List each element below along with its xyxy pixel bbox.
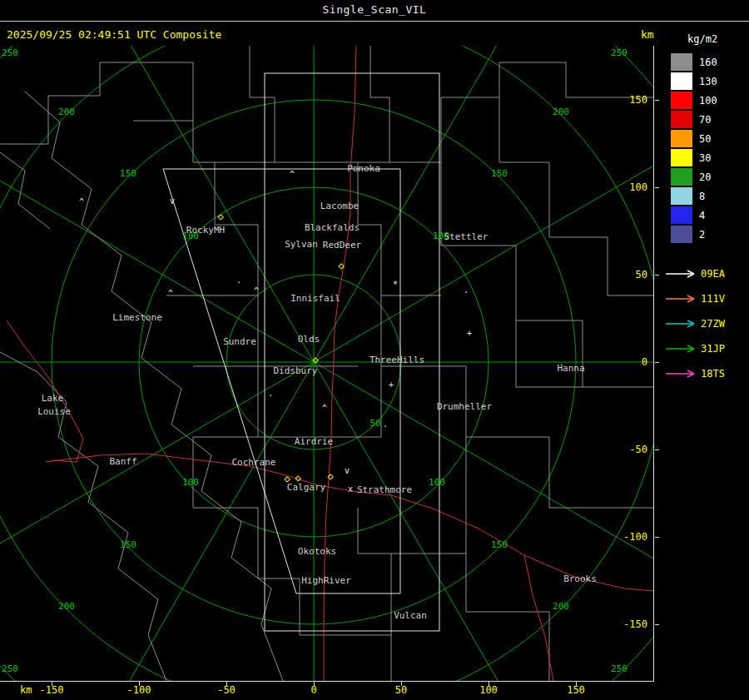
city-label: ThreeHills [370,355,424,365]
city-label: Limestone [112,312,162,323]
city-label: RedDeer [323,240,362,251]
point-marker-icon: ^ [322,404,327,413]
radar-legend-entry: 18TS [664,361,725,386]
range-ring-label: 100 [182,477,199,488]
point-marker-icon: + [389,380,394,390]
x-axis-tick-label: -100 [121,684,157,696]
point-marker-icon: · [464,288,469,297]
radar-legend-entry: 111V [664,286,725,311]
point-marker-icon: ^ [290,170,295,179]
radar-site-id: 31JP [701,343,725,355]
x-axis-unit-label: km [20,684,32,696]
colorbar-swatch [671,72,692,90]
radar-site-legend: 09EA111V27ZW31JP18TS [664,261,725,386]
colorbar-unit-label: kg/m2 [687,33,717,45]
city-label: Calgary [287,482,326,493]
city-label: Lacombe [320,201,359,211]
y-axis-tick [655,449,659,450]
radar-arrow-icon [664,269,696,279]
colorbar-swatch [671,168,692,186]
city-label: Stettler [444,231,489,242]
radar-legend-entry: 27ZW [664,311,725,336]
radar-site-marker-icon: ◇ [312,354,319,365]
colorbar-entry: 70 [671,111,717,128]
range-ring-label: 250 [611,47,627,58]
x-axis-tick-label: 0 [295,684,332,696]
colorbar-entry: 30 [671,149,717,166]
colorbar-value: 20 [699,171,711,183]
radar-site-marker-icon: ◇ [217,211,224,222]
range-ring-label: 250 [611,663,627,674]
x-axis-tick-label: -50 [208,684,245,696]
city-label: Okotoks [298,546,336,557]
radar-site-id: 09EA [701,268,725,280]
colorbar-value: 4 [699,210,705,221]
radar-site-marker-icon: ◇ [284,473,290,484]
point-marker-icon: v [345,466,350,475]
city-label: Blackfalds [305,222,360,233]
radar-site-id: 111V [701,293,725,305]
x-axis-tick-label: 150 [558,684,594,696]
x-axis-tick [226,682,227,686]
x-axis-tick-label: 50 [383,684,419,696]
radar-site-marker-icon: ◇ [295,472,301,484]
range-ring-label: 50 [370,418,380,429]
colorbar-value: 2 [699,229,705,241]
window-title: Single_Scan_VIL [0,0,749,21]
radar-site-marker-icon: ◇ [338,260,345,271]
range-ring-label: 200 [58,107,75,117]
point-marker-icon: · [268,391,273,400]
colorbar-value: 30 [699,152,711,164]
radar-site-id: 18TS [701,368,725,380]
radar-arrow-icon [664,294,696,304]
city-label: Lake [42,393,64,404]
city-label: Banff [109,456,136,467]
city-label: Louise [37,406,71,417]
radar-map[interactable]: 5010010010010015015015015020020020020025… [0,46,653,681]
colorbar-swatch [671,149,692,166]
colorbar-value: 160 [699,57,717,68]
colorbar-swatch [671,92,692,109]
x-axis-tick [401,682,402,686]
x-axis-tick-label: 100 [470,684,507,696]
radar-site-marker-icon: ◇ [327,470,334,482]
radar-site-id: 27ZW [701,318,725,330]
city-label: Sundre [223,336,256,347]
colorbar-value: 8 [699,191,705,202]
city-label: Cochrane [232,457,276,468]
range-ring-label: 150 [120,168,136,179]
x-axis-tick [489,682,489,686]
map-border-right [653,46,654,682]
colorbar-entry: 8 [671,187,717,205]
colorbar-swatch [671,187,692,205]
x-axis-tick [139,682,140,686]
range-ring-label: 200 [58,601,75,612]
point-marker-icon: v [170,196,175,206]
point-marker-icon: · [383,422,388,431]
title-separator [0,21,749,22]
city-label: Airdrie [295,436,333,447]
colorbar-value: 130 [699,76,717,87]
range-ring-label: 150 [491,539,508,550]
point-marker-icon: * [393,280,398,289]
y-axis-tick [655,187,659,188]
y-axis-tick [655,362,659,363]
range-ring-label: 250 [2,663,18,674]
point-marker-icon: ^ [168,289,173,298]
colorbar-swatch [671,53,692,71]
city-label: Innisfail [290,293,340,304]
city-label: Olds [298,334,320,345]
city-label: Brooks [563,573,597,584]
range-ring-label: 150 [120,539,136,550]
y-axis-tick [655,100,659,101]
map-border-bottom [0,681,654,682]
colorbar: 16013010070503020842 [671,53,717,245]
radar-legend-entry: 09EA [664,261,725,286]
colorbar-swatch [671,111,692,128]
x-axis-tick [576,682,577,686]
colorbar-entry: 100 [671,92,717,109]
point-marker-icon: + [467,329,472,338]
range-ring-label: 150 [491,168,508,179]
city-label: Strathmore [357,484,412,495]
x-axis-tick [52,682,52,686]
